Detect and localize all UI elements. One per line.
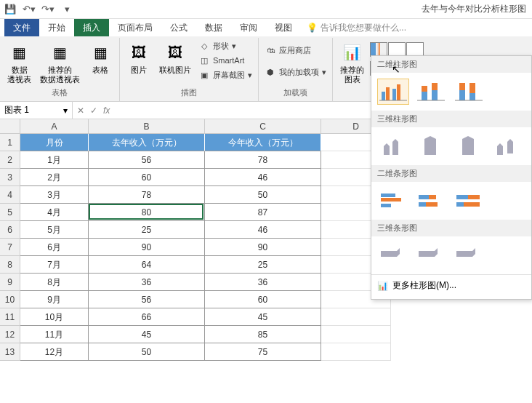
row-header-10[interactable]: 10 xyxy=(0,291,20,308)
tab-review[interactable]: 审阅 xyxy=(231,19,266,36)
cell[interactable]: 60 xyxy=(205,291,321,308)
row-header-13[interactable]: 13 xyxy=(0,343,20,361)
cell[interactable]: 36 xyxy=(89,274,205,291)
cell[interactable]: 1月 xyxy=(20,151,89,169)
row-header-4[interactable]: 4 xyxy=(0,186,20,204)
row-header-1[interactable]: 1 xyxy=(0,134,20,151)
cell[interactable]: 78 xyxy=(89,186,205,204)
column-3d[interactable] xyxy=(491,133,523,159)
stacked-bar-3d[interactable] xyxy=(415,242,447,268)
cell[interactable]: 90 xyxy=(205,239,321,256)
cell[interactable]: 12月 xyxy=(20,343,89,361)
cell[interactable]: 56 xyxy=(89,151,205,169)
stacked-100-column-3d[interactable] xyxy=(453,133,485,159)
tab-formulas[interactable]: 公式 xyxy=(161,19,196,36)
tab-file[interactable]: 文件 xyxy=(4,19,39,36)
undo-icon[interactable]: ↶▾ xyxy=(23,4,35,15)
cell[interactable]: 25 xyxy=(89,221,205,239)
tab-data[interactable]: 数据 xyxy=(196,19,231,36)
cell[interactable]: 11月 xyxy=(20,326,89,343)
my-addins-button[interactable]: ⬢我的加载项 ▾ xyxy=(263,65,328,79)
fx-icon[interactable]: fx xyxy=(103,105,110,116)
row-header-9[interactable]: 9 xyxy=(0,274,20,291)
cell[interactable]: 80 xyxy=(89,204,205,221)
cell[interactable]: 3月 xyxy=(20,186,89,204)
stacked-100-bar-2d[interactable] xyxy=(453,188,485,214)
cell[interactable]: 87 xyxy=(205,204,321,221)
cell[interactable]: 10月 xyxy=(20,308,89,326)
cell[interactable]: 4月 xyxy=(20,204,89,221)
clustered-column-2d[interactable]: ↖ xyxy=(377,79,409,105)
tell-me-search[interactable]: 💡 告诉我您想要做什么... xyxy=(307,19,406,36)
cancel-icon[interactable]: ✕ xyxy=(77,105,84,116)
cell[interactable]: 45 xyxy=(89,326,205,343)
table-button[interactable]: ▦ 表格 xyxy=(86,39,115,76)
pictures-button[interactable]: 🖼 图片 xyxy=(124,39,153,76)
screenshot-button[interactable]: ▣屏幕截图 ▾ xyxy=(197,68,254,81)
cell[interactable]: 60 xyxy=(89,169,205,186)
tab-view[interactable]: 视图 xyxy=(266,19,301,36)
cell[interactable]: 2月 xyxy=(20,169,89,186)
smartart-button[interactable]: ◫SmartArt xyxy=(197,54,254,67)
line-chart-button[interactable] xyxy=(406,42,424,57)
cell[interactable]: 64 xyxy=(89,256,205,274)
redo-icon[interactable]: ↷▾ xyxy=(42,4,54,15)
pivot-table-button[interactable]: ▦ 数据 透视表 xyxy=(4,39,34,86)
cell[interactable]: 7月 xyxy=(20,256,89,274)
online-pictures-button[interactable]: 🖼 联机图片 xyxy=(156,39,194,76)
row-header-2[interactable]: 2 xyxy=(0,151,20,169)
cell[interactable]: 50 xyxy=(205,186,321,204)
more-column-charts[interactable]: 📊 更多柱形图(M)... xyxy=(371,274,531,296)
row-header-5[interactable]: 5 xyxy=(0,204,20,221)
stacked-100-column-2d[interactable] xyxy=(453,79,485,105)
app-store-button[interactable]: 🛍应用商店 xyxy=(263,44,328,57)
table-header[interactable]: 去年收入（万元） xyxy=(89,134,205,151)
cell[interactable]: 78 xyxy=(205,151,321,169)
clustered-bar-3d[interactable] xyxy=(377,242,409,268)
cell[interactable]: 46 xyxy=(205,169,321,186)
recommended-charts-button[interactable]: 📊 推荐的 图表 xyxy=(337,39,367,86)
column-chart-button[interactable] xyxy=(370,42,387,57)
tab-layout[interactable]: 页面布局 xyxy=(109,19,161,36)
name-box[interactable]: 图表 1▾ xyxy=(0,102,73,119)
cell[interactable]: 8月 xyxy=(20,274,89,291)
cell[interactable]: 50 xyxy=(89,343,205,361)
cell[interactable]: 85 xyxy=(205,326,321,343)
cell[interactable]: 9月 xyxy=(20,291,89,308)
row-header-12[interactable]: 12 xyxy=(0,326,20,343)
cell[interactable]: 46 xyxy=(205,221,321,239)
row-header-8[interactable]: 8 xyxy=(0,256,20,274)
row-header-3[interactable]: 3 xyxy=(0,169,20,186)
confirm-icon[interactable]: ✓ xyxy=(90,105,97,116)
row-header-6[interactable]: 6 xyxy=(0,221,20,239)
cell[interactable]: 5月 xyxy=(20,221,89,239)
table-header[interactable]: 月份 xyxy=(20,134,89,151)
tab-home[interactable]: 开始 xyxy=(39,19,74,36)
cell[interactable]: 25 xyxy=(205,256,321,274)
cell[interactable]: 66 xyxy=(89,308,205,326)
cell[interactable]: 90 xyxy=(89,239,205,256)
stacked-column-3d[interactable] xyxy=(415,133,447,159)
save-icon[interactable]: 💾 xyxy=(4,4,16,15)
col-header-B[interactable]: B xyxy=(89,119,205,134)
col-header-C[interactable]: C xyxy=(205,119,321,134)
stacked-bar-2d[interactable] xyxy=(415,188,447,214)
clustered-bar-2d[interactable] xyxy=(377,188,409,214)
shapes-button[interactable]: ◇形状 ▾ xyxy=(197,39,254,52)
tab-insert[interactable]: 插入 xyxy=(74,19,109,36)
cell[interactable]: 45 xyxy=(205,308,321,326)
row-header-7[interactable]: 7 xyxy=(0,239,20,256)
clustered-column-3d[interactable] xyxy=(377,133,409,159)
cell[interactable]: 56 xyxy=(89,291,205,308)
bar-chart-button[interactable] xyxy=(388,42,406,57)
stacked-column-2d[interactable] xyxy=(415,79,447,105)
qat-customize-icon[interactable]: ▾ xyxy=(61,4,73,15)
cell[interactable]: 6月 xyxy=(20,239,89,256)
cell[interactable]: 36 xyxy=(205,274,321,291)
stacked-100-bar-3d[interactable] xyxy=(453,242,485,268)
col-header-A[interactable]: A xyxy=(20,119,89,134)
table-header[interactable]: 今年收入（万元） xyxy=(205,134,321,151)
row-header-11[interactable]: 11 xyxy=(0,308,20,326)
select-all-corner[interactable] xyxy=(0,119,20,134)
recommended-pivot-button[interactable]: ▦ 推荐的 数据透视表 xyxy=(37,39,83,86)
